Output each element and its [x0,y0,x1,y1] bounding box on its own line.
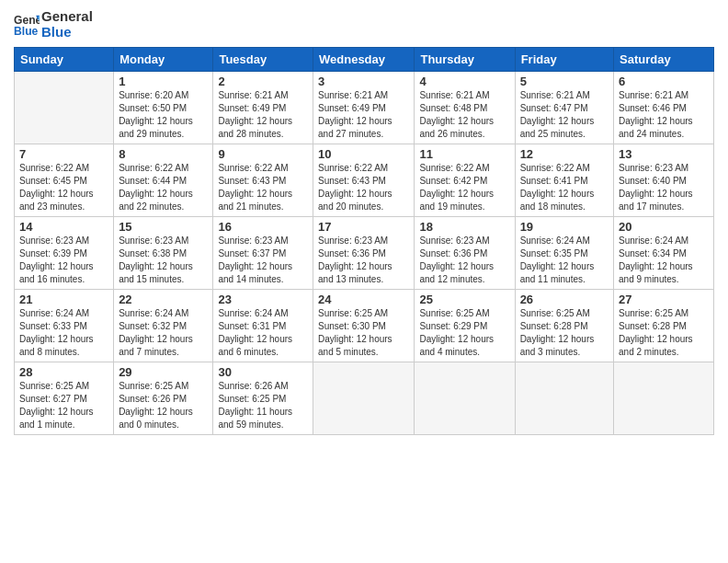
calendar-cell: 9Sunrise: 6:22 AM Sunset: 6:43 PM Daylig… [213,144,313,217]
logo: General Blue General Blue [14,9,93,40]
day-info: Sunrise: 6:22 AM Sunset: 6:45 PM Dayligh… [19,162,108,213]
day-number: 13 [619,147,709,161]
weekday-header-row: SundayMondayTuesdayWednesdayThursdayFrid… [15,48,714,72]
day-number: 11 [419,147,509,161]
day-info: Sunrise: 6:25 AM Sunset: 6:30 PM Dayligh… [318,307,409,359]
day-info: Sunrise: 6:23 AM Sunset: 6:38 PM Dayligh… [119,235,208,286]
calendar-cell [313,362,415,435]
calendar-cell: 12Sunrise: 6:22 AM Sunset: 6:41 PM Dayli… [515,144,613,217]
calendar-cell: 6Sunrise: 6:21 AM Sunset: 6:46 PM Daylig… [614,72,714,144]
day-info: Sunrise: 6:25 AM Sunset: 6:27 PM Dayligh… [19,380,108,431]
day-number: 22 [119,293,208,306]
day-number: 6 [619,75,709,88]
day-info: Sunrise: 6:22 AM Sunset: 6:44 PM Dayligh… [119,162,208,213]
day-number: 27 [619,293,709,306]
calendar-cell: 5Sunrise: 6:21 AM Sunset: 6:47 PM Daylig… [515,72,613,144]
day-number: 5 [520,75,609,88]
day-number: 17 [318,220,409,234]
day-number: 23 [218,293,308,306]
calendar-cell: 28Sunrise: 6:25 AM Sunset: 6:27 PM Dayli… [15,362,114,435]
day-info: Sunrise: 6:25 AM Sunset: 6:26 PM Dayligh… [119,380,208,431]
weekday-tuesday: Tuesday [213,48,313,72]
calendar-cell: 18Sunrise: 6:23 AM Sunset: 6:36 PM Dayli… [415,217,515,290]
day-info: Sunrise: 6:23 AM Sunset: 6:37 PM Dayligh… [218,235,308,286]
calendar-cell: 20Sunrise: 6:24 AM Sunset: 6:34 PM Dayli… [614,217,714,290]
calendar-cell: 11Sunrise: 6:22 AM Sunset: 6:42 PM Dayli… [415,144,515,217]
week-row-1: 1Sunrise: 6:20 AM Sunset: 6:50 PM Daylig… [15,72,714,144]
weekday-monday: Monday [114,48,213,72]
day-number: 24 [318,293,409,306]
day-info: Sunrise: 6:24 AM Sunset: 6:34 PM Dayligh… [619,235,709,286]
day-info: Sunrise: 6:21 AM Sunset: 6:47 PM Dayligh… [520,89,609,141]
day-number: 14 [19,220,108,234]
calendar-cell: 26Sunrise: 6:25 AM Sunset: 6:28 PM Dayli… [515,290,613,362]
calendar-cell: 10Sunrise: 6:22 AM Sunset: 6:43 PM Dayli… [313,144,415,217]
day-number: 15 [119,220,208,234]
week-row-3: 14Sunrise: 6:23 AM Sunset: 6:39 PM Dayli… [15,217,714,290]
calendar-cell [415,362,515,435]
calendar-cell [515,362,613,435]
day-number: 20 [619,220,709,234]
calendar-cell [614,362,714,435]
day-info: Sunrise: 6:23 AM Sunset: 6:40 PM Dayligh… [619,162,709,213]
day-number: 3 [318,75,409,88]
day-number: 2 [218,75,308,88]
day-number: 8 [119,147,208,161]
calendar-cell: 1Sunrise: 6:20 AM Sunset: 6:50 PM Daylig… [114,72,213,144]
day-info: Sunrise: 6:25 AM Sunset: 6:28 PM Dayligh… [520,307,609,359]
day-info: Sunrise: 6:20 AM Sunset: 6:50 PM Dayligh… [119,89,208,141]
day-number: 26 [520,293,609,306]
day-info: Sunrise: 6:24 AM Sunset: 6:31 PM Dayligh… [218,307,308,359]
calendar-cell: 3Sunrise: 6:21 AM Sunset: 6:49 PM Daylig… [313,72,415,144]
logo-blue: Blue [41,25,93,40]
day-info: Sunrise: 6:21 AM Sunset: 6:46 PM Dayligh… [619,89,709,141]
calendar-cell: 8Sunrise: 6:22 AM Sunset: 6:44 PM Daylig… [114,144,213,217]
logo-icon: General Blue [14,12,40,38]
day-number: 29 [119,365,208,379]
calendar-cell: 24Sunrise: 6:25 AM Sunset: 6:30 PM Dayli… [313,290,415,362]
day-info: Sunrise: 6:24 AM Sunset: 6:32 PM Dayligh… [119,307,208,359]
day-info: Sunrise: 6:23 AM Sunset: 6:36 PM Dayligh… [419,235,509,286]
calendar-cell: 23Sunrise: 6:24 AM Sunset: 6:31 PM Dayli… [213,290,313,362]
calendar-cell: 17Sunrise: 6:23 AM Sunset: 6:36 PM Dayli… [313,217,415,290]
day-info: Sunrise: 6:24 AM Sunset: 6:33 PM Dayligh… [19,307,108,359]
day-number: 10 [318,147,409,161]
calendar-cell: 29Sunrise: 6:25 AM Sunset: 6:26 PM Dayli… [114,362,213,435]
svg-text:Blue: Blue [14,25,39,38]
calendar-cell: 16Sunrise: 6:23 AM Sunset: 6:37 PM Dayli… [213,217,313,290]
day-info: Sunrise: 6:25 AM Sunset: 6:29 PM Dayligh… [419,307,509,359]
day-info: Sunrise: 6:21 AM Sunset: 6:48 PM Dayligh… [419,89,509,141]
day-info: Sunrise: 6:21 AM Sunset: 6:49 PM Dayligh… [218,89,308,141]
day-info: Sunrise: 6:22 AM Sunset: 6:41 PM Dayligh… [520,162,609,213]
day-number: 21 [19,293,108,306]
day-number: 7 [19,147,108,161]
day-info: Sunrise: 6:23 AM Sunset: 6:36 PM Dayligh… [318,235,409,286]
weekday-saturday: Saturday [614,48,714,72]
calendar-cell [15,72,114,144]
calendar-cell: 15Sunrise: 6:23 AM Sunset: 6:38 PM Dayli… [114,217,213,290]
calendar-cell: 7Sunrise: 6:22 AM Sunset: 6:45 PM Daylig… [15,144,114,217]
day-number: 12 [520,147,609,161]
day-info: Sunrise: 6:21 AM Sunset: 6:49 PM Dayligh… [318,89,409,141]
calendar-table: SundayMondayTuesdayWednesdayThursdayFrid… [14,47,714,435]
calendar-cell: 2Sunrise: 6:21 AM Sunset: 6:49 PM Daylig… [213,72,313,144]
week-row-2: 7Sunrise: 6:22 AM Sunset: 6:45 PM Daylig… [15,144,714,217]
weekday-friday: Friday [515,48,613,72]
calendar-cell: 27Sunrise: 6:25 AM Sunset: 6:28 PM Dayli… [614,290,714,362]
day-number: 9 [218,147,308,161]
day-info: Sunrise: 6:26 AM Sunset: 6:25 PM Dayligh… [218,380,308,431]
calendar-cell: 4Sunrise: 6:21 AM Sunset: 6:48 PM Daylig… [415,72,515,144]
day-number: 1 [119,75,208,88]
day-number: 30 [218,365,308,379]
day-info: Sunrise: 6:23 AM Sunset: 6:39 PM Dayligh… [19,235,108,286]
logo-general: General [41,9,93,25]
weekday-thursday: Thursday [415,48,515,72]
weekday-wednesday: Wednesday [313,48,415,72]
day-number: 16 [218,220,308,234]
calendar-cell: 19Sunrise: 6:24 AM Sunset: 6:35 PM Dayli… [515,217,613,290]
calendar-cell: 25Sunrise: 6:25 AM Sunset: 6:29 PM Dayli… [415,290,515,362]
week-row-5: 28Sunrise: 6:25 AM Sunset: 6:27 PM Dayli… [15,362,714,435]
calendar-cell: 21Sunrise: 6:24 AM Sunset: 6:33 PM Dayli… [15,290,114,362]
day-number: 28 [19,365,108,379]
calendar-cell: 30Sunrise: 6:26 AM Sunset: 6:25 PM Dayli… [213,362,313,435]
